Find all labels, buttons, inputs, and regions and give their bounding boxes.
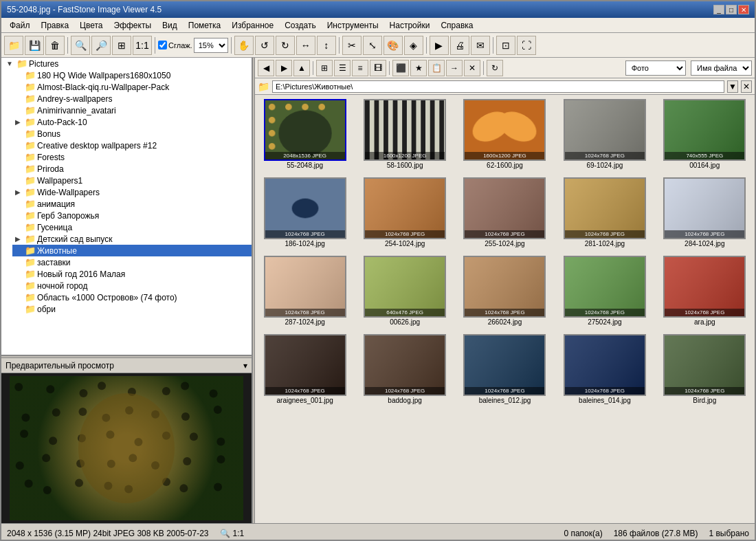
menu-create[interactable]: Создать	[279, 19, 322, 32]
tree-item-bonus[interactable]: 📁 Bonus	[12, 128, 252, 140]
preview-collapse-icon[interactable]: ▾	[243, 361, 247, 371]
tree-item-auto[interactable]: ▶ 📁 Auto-Pack-10	[12, 116, 252, 128]
flip-h[interactable]: ↔	[296, 36, 315, 55]
menu-favorites[interactable]: Избранное	[226, 19, 279, 32]
menu-tools[interactable]: Инструменты	[322, 19, 384, 32]
tree-item-gerb[interactable]: 📁 Герб Запорожья	[12, 210, 252, 221]
tree-item-forests[interactable]: 📁 Forests	[12, 151, 252, 163]
thumbnail-item-19[interactable]: 1024x768 JPEGBird.jpg	[658, 333, 752, 406]
color-button[interactable]: 🎨	[383, 36, 403, 55]
thumbnail-item-5[interactable]: 1024x768 JPEG186-1024.jpg	[258, 176, 352, 249]
thumbnail-item-10[interactable]: 1024x768 JPEG287-1024.jpg	[258, 254, 352, 327]
zoom-actual-button[interactable]: 1:1	[133, 36, 152, 55]
minimize-button[interactable]: _	[713, 5, 724, 14]
refresh-btn[interactable]: ↻	[487, 60, 503, 76]
nav-up[interactable]: ▲	[293, 60, 310, 76]
filmstrip-view[interactable]: 🎞	[370, 60, 386, 76]
rotate-left[interactable]: ↺	[255, 36, 274, 55]
detail-view[interactable]: ≡	[352, 60, 368, 76]
tree-item-andrey[interactable]: 📁 Andrey-s-wallpapers	[12, 93, 252, 104]
smooth-checkbox[interactable]	[158, 41, 167, 49]
flip-v[interactable]: ↕	[317, 36, 336, 55]
thumbnail-item-1[interactable]: 1600x1200 JPEG58-1600.jpg	[357, 98, 452, 170]
tree-item-anim[interactable]: 📁 Animirivannie_avatari	[12, 104, 252, 116]
tree-item-zastavki[interactable]: 📁 заставки	[12, 256, 252, 268]
fullscreen-button[interactable]: ⛶	[517, 36, 536, 55]
resize-button[interactable]: ⤡	[363, 36, 382, 55]
menu-effects[interactable]: Эффекты	[109, 19, 157, 32]
tree-item-nochnoy[interactable]: 📁 ночной город	[12, 280, 252, 291]
zoom-out-button[interactable]: 🔎	[91, 36, 111, 55]
menu-settings[interactable]: Настройки	[384, 19, 436, 32]
move-btn[interactable]: →	[446, 60, 463, 76]
sharpen-button[interactable]: ◈	[404, 36, 423, 55]
thumbnail-area[interactable]: 2048x1536 JPEG55-2048.jpg1600x1200 JPEG5…	[255, 95, 755, 523]
menu-edit[interactable]: Правка	[36, 19, 75, 32]
thumbnail-item-17[interactable]: 1024x768 JPEGbaleines_012.jpg	[458, 333, 552, 406]
menu-mark[interactable]: Пометка	[183, 19, 227, 32]
close-button[interactable]: ✕	[738, 5, 749, 14]
zoom-fit-button[interactable]: ⊞	[112, 36, 131, 55]
thumb-view[interactable]: ⊞	[316, 60, 333, 76]
thumbnail-item-6[interactable]: 1024x768 JPEG254-1024.jpg	[357, 176, 452, 249]
tree-item-wallpapers1[interactable]: 📁 Wallpapers1	[12, 175, 252, 186]
address-dropdown[interactable]: ▼	[727, 80, 738, 93]
zoom-combo[interactable]: 15% 25% 50% 100%	[194, 38, 228, 53]
thumbnail-item-16[interactable]: 1024x768 JPEGbaddog.jpg	[357, 333, 452, 406]
zoom-in-button[interactable]: 🔍	[71, 36, 90, 55]
tree-item-almost[interactable]: 📁 Almost-Black-qiq.ru-Wallpaper-Pack	[12, 81, 252, 93]
email-button[interactable]: ✉	[471, 36, 490, 55]
maximize-button[interactable]: □	[726, 5, 737, 14]
thumbnail-item-7[interactable]: 1024x768 JPEG255-1024.jpg	[458, 176, 552, 249]
nav-back[interactable]: ◀	[258, 60, 274, 76]
tree-item-novgod[interactable]: 📁 Новый год 2016 Малая	[12, 268, 252, 280]
thumbnail-item-9[interactable]: 1024x768 JPEG284-1024.jpg	[658, 176, 752, 249]
menu-file[interactable]: Файл	[4, 19, 36, 32]
sort-combo[interactable]: Имя файла Дата Размер	[691, 60, 752, 76]
thumbnail-item-13[interactable]: 1024x768 JPEG275024.jpg	[557, 254, 652, 327]
thumbnail-item-14[interactable]: 1024x768 JPEGara.jpg	[658, 254, 752, 327]
menu-colors[interactable]: Цвета	[74, 19, 108, 32]
address-input[interactable]	[272, 80, 724, 93]
thumbnail-item-0[interactable]: 2048x1536 JPEG55-2048.jpg	[258, 98, 352, 170]
thumbnail-item-12[interactable]: 1024x768 JPEG266024.jpg	[458, 254, 552, 327]
tree-item-priroda[interactable]: 📁 Priroda	[12, 163, 252, 175]
thumbnail-item-4[interactable]: 740x555 JPEG00164.jpg	[658, 98, 752, 170]
tree-expand-root[interactable]: ▼	[4, 60, 15, 67]
tree-item-gusenitsa[interactable]: 📁 Гусеница	[12, 221, 252, 233]
delete-button[interactable]: 🗑	[45, 36, 65, 55]
hand-tool[interactable]: ✋	[234, 36, 254, 55]
save-button[interactable]: 💾	[25, 36, 44, 55]
menu-help[interactable]: Справка	[435, 19, 478, 32]
print-button[interactable]: 🖨	[450, 36, 469, 55]
menu-view[interactable]: Вид	[157, 19, 183, 32]
tree-item-animatsiya[interactable]: 📁 анимация	[12, 198, 252, 210]
thumbnail-item-18[interactable]: 1024x768 JPEGbaleines_014.jpg	[557, 333, 652, 406]
folder-tree[interactable]: ▼ 📁 Pictures 📁 180 HQ Wide Wallpapers168…	[1, 58, 252, 355]
open-folder-button[interactable]: 📁	[4, 36, 23, 55]
delete-rt-btn[interactable]: ✕	[464, 60, 480, 76]
address-clear-button[interactable]: ✕	[741, 80, 752, 93]
thumbnail-item-8[interactable]: 1024x768 JPEG281-1024.jpg	[557, 176, 652, 249]
rotate-right[interactable]: ↻	[276, 36, 295, 55]
tree-root[interactable]: ▼ 📁 Pictures	[1, 58, 252, 69]
tree-item-180[interactable]: 📁 180 HQ Wide Wallpapers1680x1050	[12, 69, 252, 81]
thumbnail-item-11[interactable]: 640x476 JPEG00626.jpg	[357, 254, 452, 327]
list-view[interactable]: ☰	[334, 60, 351, 76]
tree-item-obri[interactable]: 📁 обри	[12, 303, 252, 315]
copy-btn[interactable]: 📋	[428, 60, 445, 76]
thumbnail-item-3[interactable]: 1024x768 JPEG69-1024.jpg	[557, 98, 652, 170]
select-all[interactable]: ⬛	[392, 60, 409, 76]
slideshow-button[interactable]: ▶	[430, 36, 449, 55]
thumbnail-item-2[interactable]: 1600x1200 JPEG62-1600.jpg	[458, 98, 552, 170]
tree-item-oblast[interactable]: 📁 Область «1000 Островов» (74 фото)	[12, 291, 252, 303]
thumbnail-item-15[interactable]: 1024x768 JPEGaraignees_001.jpg	[258, 333, 352, 406]
compare-button[interactable]: ⊡	[496, 36, 515, 55]
tree-item-detsad[interactable]: ▶ 📁 Детский сад выпуск	[12, 233, 252, 245]
tree-item-zhivotnye[interactable]: 📁 Животные	[12, 245, 252, 256]
crop-button[interactable]: ✂	[342, 36, 362, 55]
tree-item-wide[interactable]: ▶ 📁 Wide-Wallpapers	[12, 186, 252, 198]
nav-forward[interactable]: ▶	[276, 60, 292, 76]
mark-btn[interactable]: ★	[410, 60, 427, 76]
tree-item-creative[interactable]: 📁 Creative desktop wallpapers #12	[12, 140, 252, 151]
